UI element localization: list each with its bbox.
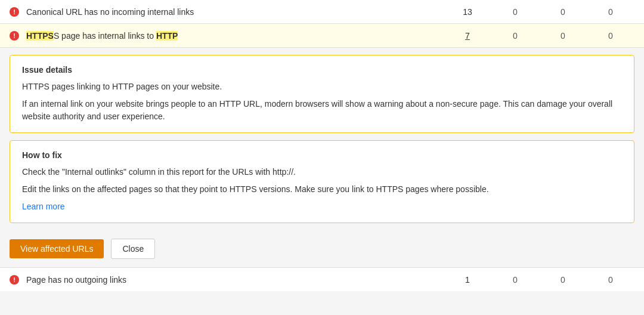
row-https-col3: 0 [539, 31, 587, 41]
row-https-col4: 0 [587, 31, 634, 41]
row-canonical-label: Canonical URL has no incoming internal l… [26, 7, 444, 17]
row-https-col2: 0 [491, 31, 539, 41]
row-canonical-col3: 0 [539, 7, 587, 17]
row-canonical-count: 13 [444, 7, 491, 17]
row-https-label: HTTPSS page has internal links to HTTP [26, 31, 444, 41]
row-no-outgoing-col3: 0 [539, 275, 587, 285]
how-to-fix-title: How to fix [22, 150, 622, 160]
issue-details-para2: If an internal link on your website brin… [22, 98, 622, 123]
how-to-fix-body: Check the "Internal outlinks" column in … [22, 166, 622, 213]
error-icon-canonical: ! [10, 7, 21, 17]
row-no-outgoing: ! Page has no outgoing links 1 0 0 0 [0, 267, 644, 291]
view-affected-urls-button[interactable]: View affected URLs [10, 239, 104, 258]
row-https: ! HTTPSS page has internal links to HTTP… [0, 24, 644, 48]
http-highlight: HTTP [156, 31, 178, 41]
row-canonical-col2: 0 [491, 7, 539, 17]
https-highlight-prefix: HTTPS [26, 31, 54, 41]
how-to-fix-para1: Check the "Internal outlinks" column in … [22, 166, 622, 178]
error-icon-no-outgoing: ! [10, 274, 21, 285]
row-no-outgoing-label: Page has no outgoing links [26, 275, 444, 285]
issue-details-body: HTTPS pages linking to HTTP pages on you… [22, 81, 622, 123]
row-https-count[interactable]: 7 [444, 31, 491, 41]
row-canonical: ! Canonical URL has no incoming internal… [0, 0, 644, 24]
row-no-outgoing-count: 1 [444, 275, 491, 285]
error-icon-https: ! [10, 30, 21, 41]
row-no-outgoing-col4: 0 [587, 275, 634, 285]
close-button[interactable]: Close [111, 239, 155, 259]
issue-details-box: Issue details HTTPS pages linking to HTT… [10, 55, 634, 133]
action-bar: View affected URLs Close [0, 230, 644, 267]
row-no-outgoing-col2: 0 [491, 275, 539, 285]
issue-details-title: Issue details [22, 65, 622, 75]
how-to-fix-box: How to fix Check the "Internal outlinks"… [10, 140, 634, 223]
row-canonical-col4: 0 [587, 7, 634, 17]
how-to-fix-para2: Edit the links on the affected pages so … [22, 183, 622, 196]
learn-more-link[interactable]: Learn more [22, 202, 65, 211]
issue-details-para1: HTTPS pages linking to HTTP pages on you… [22, 81, 622, 93]
